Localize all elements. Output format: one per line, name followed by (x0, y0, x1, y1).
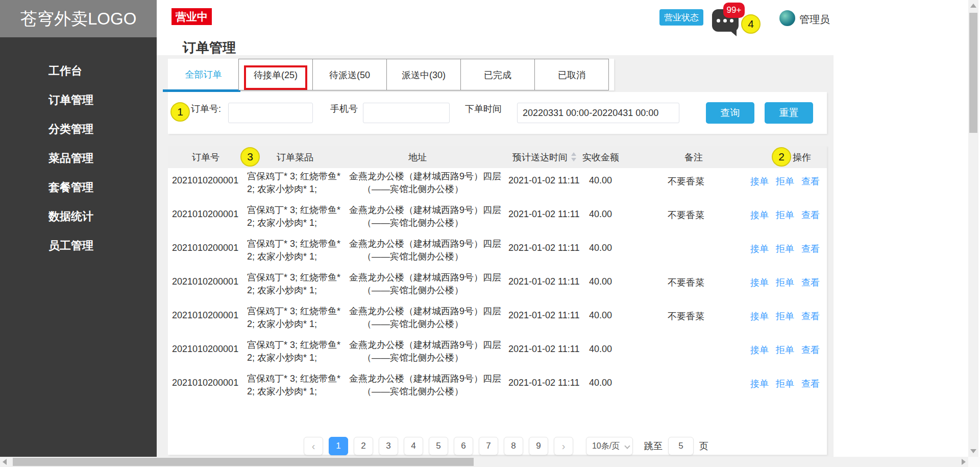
action-link-拒单[interactable]: 拒单 (776, 345, 794, 355)
scroll-down-icon[interactable] (970, 449, 976, 453)
table-row: 2021010200001宫保鸡丁* 3; 红烧带鱼* 2; 农家小炒肉* 1;… (168, 202, 827, 236)
address-line1: 金燕龙办公楼（建材城西路9号）四层 (349, 238, 507, 250)
order-time-input[interactable] (517, 103, 679, 123)
tab-待派送(50[interactable]: 待派送(50 (312, 59, 387, 90)
action-link-拒单[interactable]: 拒单 (776, 277, 794, 288)
action-link-接单[interactable]: 接单 (750, 379, 769, 389)
cell-order-no: 2021010200001 (172, 276, 238, 287)
prev-page-button[interactable]: ‹ (304, 437, 323, 455)
chat-dot-icon (723, 19, 727, 22)
action-link-查看[interactable]: 查看 (801, 210, 820, 220)
tab-待接单(25)[interactable]: 待接单(25) (238, 59, 313, 90)
page-button-2[interactable]: 2 (354, 437, 373, 455)
scroll-right-icon[interactable] (962, 459, 966, 465)
action-link-查看[interactable]: 查看 (801, 311, 820, 321)
next-page-button[interactable]: › (554, 437, 573, 455)
scroll-left-icon[interactable] (3, 459, 7, 465)
scroll-up-icon[interactable] (970, 4, 976, 8)
business-status-button[interactable]: 营业状态 (659, 9, 703, 26)
jump-to-label: 跳至 (644, 440, 663, 452)
username: 管理员 (799, 13, 830, 27)
action-link-查看[interactable]: 查看 (801, 277, 820, 288)
action-link-拒单[interactable]: 拒单 (776, 210, 794, 220)
tab-已完成[interactable]: 已完成 (460, 59, 535, 90)
action-link-查看[interactable]: 查看 (801, 176, 820, 186)
order-no-input[interactable] (228, 103, 313, 123)
horizontal-scrollbar-thumb[interactable] (13, 458, 474, 466)
tab-已取消[interactable]: 已取消 (534, 59, 609, 90)
page-button-5[interactable]: 5 (429, 437, 448, 455)
col-remark: 备注 (684, 151, 703, 164)
tab-全部订单[interactable]: 全部订单 (168, 59, 239, 90)
action-link-接单[interactable]: 接单 (750, 345, 769, 355)
action-link-拒单[interactable]: 拒单 (776, 176, 794, 186)
sidebar-item-订单管理[interactable]: 订单管理 (0, 85, 157, 114)
cell-order-no: 2021010200001 (172, 344, 238, 355)
cell-actions: 接单拒单查看 (750, 310, 827, 322)
page-button-9[interactable]: 9 (529, 437, 548, 455)
table-body: 2021010200001宫保鸡丁* 3; 红烧带鱼* 2; 农家小炒肉* 1;… (168, 168, 827, 404)
sort-asc-icon[interactable] (571, 152, 576, 156)
jump-page-suffix: 页 (699, 440, 708, 452)
action-link-接单[interactable]: 接单 (750, 277, 769, 288)
vertical-scrollbar-thumb[interactable] (969, 13, 977, 133)
page-size-select[interactable]: 10条/页 (586, 437, 633, 455)
sidebar-item-分类管理[interactable]: 分类管理 (0, 114, 157, 144)
address-line2: （——宾馆北侧办公楼） (349, 217, 507, 229)
address-line1: 金燕龙办公楼（建材城西路9号）四层 (349, 271, 507, 284)
vertical-scrollbar[interactable] (968, 0, 978, 457)
orders-table: 订单号 3 订单菜品 地址 预计送达时间 实收金额 备注 2 操作 202101… (168, 146, 827, 455)
address-line1: 金燕龙办公楼（建材城西路9号）四层 (349, 372, 507, 385)
page-button-3[interactable]: 3 (379, 437, 398, 455)
cell-address: 金燕龙办公楼（建材城西路9号）四层（——宾馆北侧办公楼） (349, 305, 507, 331)
reset-button[interactable]: 重置 (765, 102, 813, 124)
table-row: 2021010200001宫保鸡丁* 3; 红烧带鱼* 2; 农家小炒肉* 1;… (168, 303, 827, 337)
action-link-接单[interactable]: 接单 (750, 311, 769, 321)
action-link-查看[interactable]: 查看 (801, 244, 820, 254)
address-line2: （——宾馆北侧办公楼） (349, 284, 507, 297)
action-link-接单[interactable]: 接单 (750, 244, 769, 254)
cell-eta: 2021-01-02 11:11 (508, 175, 579, 186)
cell-order-no: 2021010200001 (172, 243, 238, 253)
action-link-接单[interactable]: 接单 (750, 176, 769, 186)
pagination: ‹123456789›10条/页跳至页 (304, 437, 708, 455)
sidebar-item-数据统计[interactable]: 数据统计 (0, 202, 157, 231)
business-status-badge: 营业中 (172, 8, 212, 25)
sidebar-item-员工管理[interactable]: 员工管理 (0, 231, 157, 260)
horizontal-scrollbar[interactable] (0, 457, 968, 467)
cell-actions: 接单拒单查看 (750, 243, 827, 255)
order-time-label: 下单时间 (465, 103, 502, 115)
action-link-接单[interactable]: 接单 (750, 210, 769, 220)
sidebar-item-菜品管理[interactable]: 菜品管理 (0, 144, 157, 173)
tab-派送中(30)[interactable]: 派送中(30) (386, 59, 461, 90)
cell-order-no: 2021010200001 (172, 175, 238, 186)
cell-dishes: 宫保鸡丁* 3; 红烧带鱼* 2; 农家小炒肉* 1; (247, 339, 347, 364)
action-link-查看[interactable]: 查看 (801, 345, 820, 355)
cell-address: 金燕龙办公楼（建材城西路9号）四层（——宾馆北侧办公楼） (349, 170, 507, 196)
cell-amount: 40.00 (589, 276, 612, 287)
page-button-6[interactable]: 6 (454, 437, 473, 455)
sidebar-nav: 工作台订单管理分类管理菜品管理套餐管理数据统计员工管理 (0, 56, 157, 260)
page-button-4[interactable]: 4 (404, 437, 423, 455)
avatar[interactable] (779, 10, 795, 26)
page-button-1[interactable]: 1 (329, 437, 348, 455)
action-link-拒单[interactable]: 拒单 (776, 379, 794, 389)
cell-address: 金燕龙办公楼（建材城西路9号）四层（——宾馆北侧办公楼） (349, 238, 507, 263)
cell-amount: 40.00 (589, 209, 612, 220)
phone-input[interactable] (363, 103, 450, 123)
jump-page-input[interactable] (668, 437, 694, 455)
search-button[interactable]: 查询 (706, 102, 754, 124)
sidebar-item-套餐管理[interactable]: 套餐管理 (0, 173, 157, 202)
chat-dot-icon (730, 19, 733, 22)
sort-icons[interactable] (571, 152, 576, 162)
page-button-8[interactable]: 8 (504, 437, 523, 455)
order-tabs-bar: 全部订单待接单(25)待派送(50派送中(30)已完成已取消 (168, 59, 614, 90)
action-link-拒单[interactable]: 拒单 (776, 244, 794, 254)
sort-desc-icon[interactable] (571, 158, 576, 161)
sidebar-item-工作台[interactable]: 工作台 (0, 56, 157, 85)
action-link-查看[interactable]: 查看 (801, 379, 820, 389)
action-link-拒单[interactable]: 拒单 (776, 311, 794, 321)
page-button-7[interactable]: 7 (479, 437, 498, 455)
col-address: 地址 (408, 151, 427, 164)
app-logo: 苍穹外卖LOGO (0, 0, 157, 37)
